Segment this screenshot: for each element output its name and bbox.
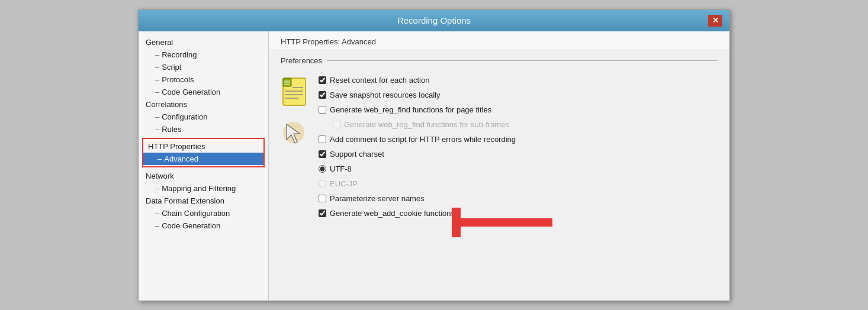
label-web-reg-find: Generate web_reg_find functions for page… — [330, 105, 491, 114]
label-add-comment: Add comment to script for HTTP errors wh… — [330, 135, 516, 144]
radio-utf8[interactable] — [319, 165, 326, 173]
checkbox-support-charset[interactable] — [319, 150, 326, 158]
radio-row-eucjp: EUC-JP — [319, 178, 718, 189]
radio-eucjp — [319, 180, 326, 188]
sidebar-group-network: Network — [139, 170, 268, 182]
sidebar-item-code-generation-general[interactable]: Code Generation — [139, 86, 268, 98]
checkbox-parameterize[interactable] — [319, 195, 326, 202]
sidebar-item-recording[interactable]: Recording — [139, 49, 268, 61]
label-save-snapshot: Save snapshot resources locally — [330, 91, 440, 99]
sidebar-item-protocols[interactable]: Protocols — [139, 73, 268, 86]
radio-row-utf8: UTF-8 — [319, 163, 718, 175]
svg-rect-1 — [283, 78, 291, 86]
label-eucjp: EUC-JP — [330, 179, 358, 188]
checkbox-web-reg-find[interactable] — [319, 106, 326, 114]
content-inner: Reset context for each action Save snaps… — [269, 71, 729, 225]
checkbox-save-snapshot[interactable] — [319, 91, 326, 99]
http-properties-group: HTTP Properties Advanced — [142, 138, 265, 167]
sidebar-item-chain-configuration[interactable]: Chain Configuration — [139, 207, 268, 219]
content-breadcrumb: HTTP Properties: Advanced — [269, 31, 729, 50]
icon-area — [281, 75, 309, 219]
sidebar-group-data-format: Data Format Extension — [139, 195, 268, 207]
sidebar-item-code-generation-data[interactable]: Code Generation — [139, 219, 268, 232]
checkbox-add-cookie[interactable] — [319, 209, 326, 217]
close-button[interactable]: ✕ — [708, 15, 722, 27]
title-bar: Recording Options ✕ — [139, 10, 729, 31]
dialog-body: General Recording Script Protocols Code … — [139, 31, 729, 301]
sidebar-item-rules[interactable]: Rules — [139, 123, 268, 135]
label-reset-context: Reset context for each action — [330, 76, 429, 85]
checkbox-row-web-reg-find: Generate web_reg_find functions for page… — [319, 104, 718, 115]
sidebar-item-configuration[interactable]: Configuration — [139, 111, 268, 123]
label-support-charset: Support charset — [330, 150, 384, 159]
checkbox-reset-context[interactable] — [319, 76, 326, 84]
preferences-divider — [327, 60, 718, 61]
checkbox-row-reset-context: Reset context for each action — [319, 75, 718, 86]
sidebar-group-correlations: Correlations — [139, 98, 268, 111]
label-utf8: UTF-8 — [330, 164, 352, 173]
dialog-title: Recording Options — [160, 15, 708, 25]
sidebar-item-mapping-filtering[interactable]: Mapping and Filtering — [139, 182, 268, 195]
checkbox-row-add-comment: Add comment to script for HTTP errors wh… — [319, 134, 718, 145]
preferences-label: Preferences — [281, 56, 322, 65]
checkbox-add-comment[interactable] — [319, 135, 326, 143]
options-area: Reset context for each action Save snaps… — [319, 75, 718, 219]
checkbox-row-support-charset: Support charset — [319, 148, 718, 160]
sidebar-item-script[interactable]: Script — [139, 61, 268, 73]
checkbox-sub-frames — [333, 121, 340, 128]
label-sub-frames: Generate web_reg_find functions for sub-… — [344, 120, 509, 129]
cursor-area — [281, 117, 309, 148]
checkbox-row-parameterize: Parameterize server names — [319, 193, 718, 204]
checkbox-row-save-snapshot: Save snapshot resources locally — [319, 89, 718, 101]
checkbox-row-sub-frames: Generate web_reg_find functions for sub-… — [319, 119, 718, 130]
label-add-cookie: Generate web_add_cookie functions — [330, 209, 455, 218]
label-parameterize: Parameterize server names — [330, 194, 425, 203]
sidebar: General Recording Script Protocols Code … — [139, 31, 269, 301]
checkbox-row-add-cookie: Generate web_add_cookie functions — [319, 208, 718, 219]
sidebar-group-general: General — [139, 36, 268, 49]
sidebar-group-http-properties: HTTP Properties — [143, 140, 263, 153]
recording-options-dialog: Recording Options ✕ General Recording Sc… — [138, 9, 730, 301]
document-icon — [281, 77, 309, 108]
preferences-section: Preferences — [269, 50, 729, 71]
sidebar-item-advanced[interactable]: Advanced — [143, 153, 263, 165]
content-area: HTTP Properties: Advanced Preferences — [269, 31, 729, 301]
